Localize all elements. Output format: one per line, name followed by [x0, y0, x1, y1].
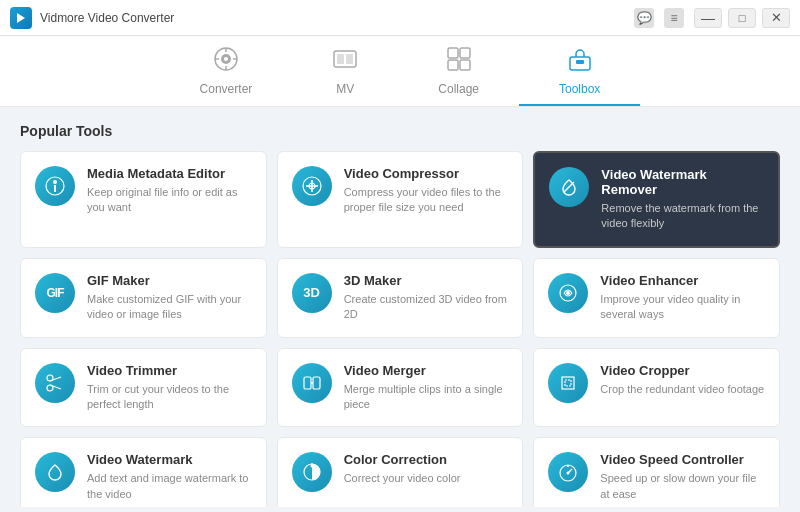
3d-maker-icon: 3D — [292, 273, 332, 313]
svg-rect-34 — [562, 377, 574, 389]
3d-maker-name: 3D Maker — [344, 273, 509, 288]
color-correction-icon — [292, 452, 332, 492]
tab-converter[interactable]: Converter — [160, 36, 293, 106]
svg-rect-11 — [448, 48, 458, 58]
svg-rect-18 — [54, 185, 56, 192]
tool-card-media-metadata-editor[interactable]: Media Metadata EditorKeep original file … — [20, 151, 267, 248]
tool-card-video-enhancer[interactable]: Video EnhancerImprove your video quality… — [533, 258, 780, 338]
mv-icon — [332, 46, 358, 78]
nav-tabs: Converter MV Collage — [0, 36, 800, 107]
video-compressor-icon — [292, 166, 332, 206]
tab-mv-label: MV — [336, 82, 354, 96]
svg-rect-16 — [576, 60, 584, 64]
collage-icon — [446, 46, 472, 78]
tool-grid: Media Metadata EditorKeep original file … — [20, 151, 780, 507]
svg-rect-12 — [460, 48, 470, 58]
maximize-button[interactable]: □ — [728, 8, 756, 28]
menu-button[interactable]: ≡ — [664, 8, 684, 28]
tool-card-color-correction[interactable]: Color CorrectionCorrect your video color — [277, 437, 524, 507]
video-trimmer-icon — [35, 363, 75, 403]
tab-toolbox-label: Toolbox — [559, 82, 600, 96]
app-logo — [10, 7, 32, 29]
video-enhancer-icon — [548, 273, 588, 313]
tab-collage[interactable]: Collage — [398, 36, 519, 106]
video-trimmer-info: Video TrimmerTrim or cut your videos to … — [87, 363, 252, 413]
gif-maker-info: GIF MakerMake customized GIF with your v… — [87, 273, 252, 323]
svg-line-30 — [50, 385, 61, 389]
media-metadata-editor-icon — [35, 166, 75, 206]
svg-rect-9 — [337, 54, 344, 64]
window-controls: 💬 ≡ — □ ✕ — [634, 8, 790, 28]
tab-toolbox[interactable]: Toolbox — [519, 36, 640, 106]
3d-maker-desc: Create customized 3D video from 2D — [344, 292, 509, 323]
video-watermark-name: Video Watermark — [87, 452, 252, 467]
video-cropper-name: Video Cropper — [600, 363, 765, 378]
svg-rect-14 — [460, 60, 470, 70]
converter-icon — [213, 46, 239, 78]
video-compressor-desc: Compress your video files to the proper … — [344, 185, 509, 216]
video-cropper-icon — [548, 363, 588, 403]
section-title: Popular Tools — [20, 123, 780, 139]
video-watermark-remover-desc: Remove the watermark from the video flex… — [601, 201, 764, 232]
svg-marker-0 — [17, 13, 25, 23]
tab-converter-label: Converter — [200, 82, 253, 96]
tab-mv[interactable]: MV — [292, 36, 398, 106]
video-merger-desc: Merge multiple clips into a single piece — [344, 382, 509, 413]
video-trimmer-desc: Trim or cut your videos to the perfect l… — [87, 382, 252, 413]
video-watermark-remover-info: Video Watermark RemoverRemove the waterm… — [601, 167, 764, 232]
title-bar: Vidmore Video Converter 💬 ≡ — □ ✕ — [0, 0, 800, 36]
close-button[interactable]: ✕ — [762, 8, 790, 28]
toolbox-icon — [567, 46, 593, 78]
video-merger-info: Video MergerMerge multiple clips into a … — [344, 363, 509, 413]
video-watermark-remover-icon — [549, 167, 589, 207]
video-enhancer-desc: Improve your video quality in several wa… — [600, 292, 765, 323]
gif-maker-desc: Make customized GIF with your video or i… — [87, 292, 252, 323]
tool-card-video-compressor[interactable]: Video CompressorCompress your video file… — [277, 151, 524, 248]
video-enhancer-info: Video EnhancerImprove your video quality… — [600, 273, 765, 323]
video-speed-controller-icon — [548, 452, 588, 492]
main-content: Popular Tools Media Metadata EditorKeep … — [0, 107, 800, 507]
tool-card-3d-maker[interactable]: 3D3D MakerCreate customized 3D video fro… — [277, 258, 524, 338]
color-correction-name: Color Correction — [344, 452, 509, 467]
tool-card-video-merger[interactable]: Video MergerMerge multiple clips into a … — [277, 348, 524, 428]
video-cropper-info: Video CropperCrop the redundant video fo… — [600, 363, 765, 397]
svg-rect-31 — [304, 377, 311, 389]
media-metadata-editor-info: Media Metadata EditorKeep original file … — [87, 166, 252, 216]
tool-card-video-watermark[interactable]: Video WatermarkAdd text and image waterm… — [20, 437, 267, 507]
tool-card-video-trimmer[interactable]: Video TrimmerTrim or cut your videos to … — [20, 348, 267, 428]
gif-maker-icon: GIF — [35, 273, 75, 313]
video-watermark-icon — [35, 452, 75, 492]
video-trimmer-name: Video Trimmer — [87, 363, 252, 378]
app-title: Vidmore Video Converter — [40, 11, 634, 25]
video-watermark-info: Video WatermarkAdd text and image waterm… — [87, 452, 252, 502]
video-compressor-name: Video Compressor — [344, 166, 509, 181]
tool-card-gif-maker[interactable]: GIFGIF MakerMake customized GIF with you… — [20, 258, 267, 338]
gif-maker-name: GIF Maker — [87, 273, 252, 288]
svg-rect-32 — [313, 377, 320, 389]
svg-rect-10 — [346, 54, 353, 64]
video-speed-controller-desc: Speed up or slow down your file at ease — [600, 471, 765, 502]
video-cropper-desc: Crop the redundant video footage — [600, 382, 765, 397]
tool-card-video-cropper[interactable]: Video CropperCrop the redundant video fo… — [533, 348, 780, 428]
video-enhancer-name: Video Enhancer — [600, 273, 765, 288]
video-speed-controller-name: Video Speed Controller — [600, 452, 765, 467]
color-correction-info: Color CorrectionCorrect your video color — [344, 452, 509, 486]
svg-point-3 — [224, 57, 228, 61]
svg-point-26 — [566, 291, 570, 295]
media-metadata-editor-name: Media Metadata Editor — [87, 166, 252, 181]
video-watermark-desc: Add text and image watermark to the vide… — [87, 471, 252, 502]
svg-point-17 — [53, 180, 57, 184]
svg-point-42 — [567, 472, 570, 475]
svg-line-29 — [50, 377, 61, 381]
tool-card-video-watermark-remover[interactable]: Video Watermark RemoverRemove the waterm… — [533, 151, 780, 248]
minimize-button[interactable]: — — [694, 8, 722, 28]
tool-card-video-speed-controller[interactable]: Video Speed ControllerSpeed up or slow d… — [533, 437, 780, 507]
chat-button[interactable]: 💬 — [634, 8, 654, 28]
media-metadata-editor-desc: Keep original file info or edit as you w… — [87, 185, 252, 216]
3d-maker-info: 3D MakerCreate customized 3D video from … — [344, 273, 509, 323]
tab-collage-label: Collage — [438, 82, 479, 96]
svg-rect-13 — [448, 60, 458, 70]
video-merger-icon — [292, 363, 332, 403]
svg-rect-35 — [565, 380, 571, 386]
video-compressor-info: Video CompressorCompress your video file… — [344, 166, 509, 216]
